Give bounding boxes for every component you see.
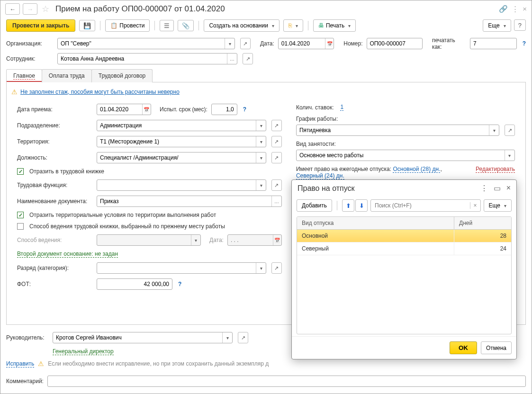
post-and-close-button[interactable]: Провести и закрыть [6,19,75,32]
dialog-close-icon[interactable]: × [506,184,511,193]
ok-button[interactable]: OK [450,341,477,354]
docname-input[interactable]: … [97,196,282,207]
comment-row: Комментарий: [0,373,532,390]
dept-label: Подразделение: [17,122,93,129]
book-method-checkbox[interactable] [17,223,24,230]
terr-cond-checkbox[interactable] [17,212,24,218]
search-input[interactable]: × [370,199,481,212]
position-input[interactable]: ▾ [97,152,266,163]
position-open[interactable]: ↗ [271,152,282,163]
func-input[interactable]: ▾ [97,179,266,191]
header-row-1: Организация: ▾ ↗ Дата: 📅 Номер: печатать… [0,36,532,52]
date2-label: Дата: [209,237,224,243]
more-icon[interactable]: ⋮ [512,5,519,13]
dialog-title: Право на отпуск [298,184,355,193]
fix-link[interactable]: Исправить [6,360,34,367]
help-button[interactable]: ? [514,19,526,31]
trial-input[interactable] [211,104,237,115]
table-row[interactable]: Северный 24 [297,242,511,255]
tab-main[interactable]: Главное [6,69,42,82]
add-button[interactable]: Добавить [297,199,332,212]
func-open[interactable]: ↗ [271,179,282,191]
manager-label: Руководитель: [6,334,49,341]
create-based-button[interactable]: Создать на основании [204,19,280,32]
back-button[interactable]: ← [5,3,20,15]
fix-warning-icon: ⚠ [38,360,44,367]
rates-link[interactable]: 1 [340,104,343,111]
rates-label: Колич. ставок: [296,104,334,111]
hire-date-label: Дата приема: [17,106,93,113]
fot-input[interactable] [97,278,172,290]
hire-date-input[interactable]: 📅 [97,104,151,115]
tab-payment[interactable]: Оплата труда [42,69,92,82]
workbook-checkbox[interactable] [17,168,24,175]
terr-open[interactable]: ↗ [271,136,282,147]
comment-input[interactable] [47,376,526,387]
toolbar: Провести и закрыть 💾 📋Провести ☰ 📎 Созда… [0,18,532,36]
more-button[interactable]: Еще [483,19,511,32]
docname-label: Наименование документа: [17,198,93,205]
cancel-button[interactable]: Отмена [481,341,512,354]
emp-type-input[interactable]: ▾ [296,150,515,161]
leave-north-link[interactable]: Северный (24) дн. [296,172,344,179]
date2-input: 📅 [227,234,282,246]
terr-input[interactable]: ▾ [97,136,266,147]
manager-open[interactable]: ↗ [238,332,248,343]
dialog-maximize-icon[interactable]: ▭ [494,184,501,193]
doc-button[interactable]: ☰ [160,20,174,31]
move-down-button[interactable]: ⬇ [355,199,368,212]
date-input[interactable]: 📅 [278,38,334,49]
print-button[interactable]: 🖶Печать [313,19,356,32]
schedule-input[interactable]: ▾ [296,125,499,136]
clear-search-icon[interactable]: × [470,202,480,209]
schedule-open[interactable]: ↗ [505,125,515,136]
trial-label: Испыт. срок (мес): [160,106,207,113]
forward-button[interactable]: → [23,3,37,15]
category-input[interactable]: ▾ [97,262,266,274]
comment-label: Комментарий: [6,378,44,385]
close-icon[interactable]: × [523,5,527,13]
struct-button[interactable]: ⎘ [283,19,303,32]
employee-input[interactable]: … [57,53,237,64]
dialog-toolbar: Добавить ⬆ ⬇ × Еще [292,197,516,215]
dialog-footer: OK Отмена [292,336,516,359]
left-column: Дата приема: 📅 Испыт. срок (мес): ? Подр… [17,101,282,292]
dialog-more-icon[interactable]: ⋮ [480,184,488,193]
col-days: Дней [454,217,511,229]
number-input[interactable] [367,38,423,49]
employee-open-button[interactable]: ↗ [243,53,253,64]
org-open-button[interactable]: ↗ [240,38,251,49]
favorite-icon[interactable]: ☆ [42,4,49,14]
org-input[interactable]: ▾ [57,38,235,49]
dept-input[interactable]: ▾ [97,120,266,131]
link-icon[interactable]: 🔗 [499,5,508,13]
warning-row: ⚠ Не заполнен стаж, пособия могут быть р… [11,86,521,98]
second-doc-link[interactable]: Второй документ основание: не задан [17,251,118,258]
leave-main-link[interactable]: Основной (28) дн. [393,166,440,173]
method-label: Способ ведения: [17,237,93,243]
attach-button[interactable]: 📎 [178,20,194,31]
workbook-label: Отразить в трудовой книжке [29,168,104,175]
move-up-button[interactable]: ⬆ [342,199,354,212]
leave-table: Вид отпуска Дней Основной 28 Северный 24 [297,216,512,334]
tab-contract[interactable]: Трудовой договор [91,69,153,82]
col-type: Вид отпуска [297,217,454,229]
printas-help[interactable]: ? [523,40,526,47]
dept-open[interactable]: ↗ [271,120,282,131]
table-row[interactable]: Основной 28 [297,230,511,242]
category-open[interactable]: ↗ [271,262,282,274]
trial-help[interactable]: ? [243,106,246,113]
edit-link[interactable]: Редактировать [476,166,515,173]
employee-label: Сотрудник: [6,55,54,62]
fot-help[interactable]: ? [178,281,181,287]
post-button[interactable]: 📋Провести [105,19,150,32]
manager-input[interactable]: ▾ [53,332,233,343]
save-button[interactable]: 💾 [79,20,95,31]
titlebar: ← → ☆ Прием на работу ОП00-000007 от 01.… [0,0,532,18]
manager-title-link[interactable]: Генеральный директор [53,348,114,355]
func-label: Трудовая функция: [17,182,93,188]
dialog-more-button[interactable]: Еще [484,199,512,212]
warning-link[interactable]: Не заполнен стаж, пособия могут быть рас… [20,89,180,95]
printas-input[interactable] [470,38,517,49]
org-label: Организация: [6,40,54,47]
